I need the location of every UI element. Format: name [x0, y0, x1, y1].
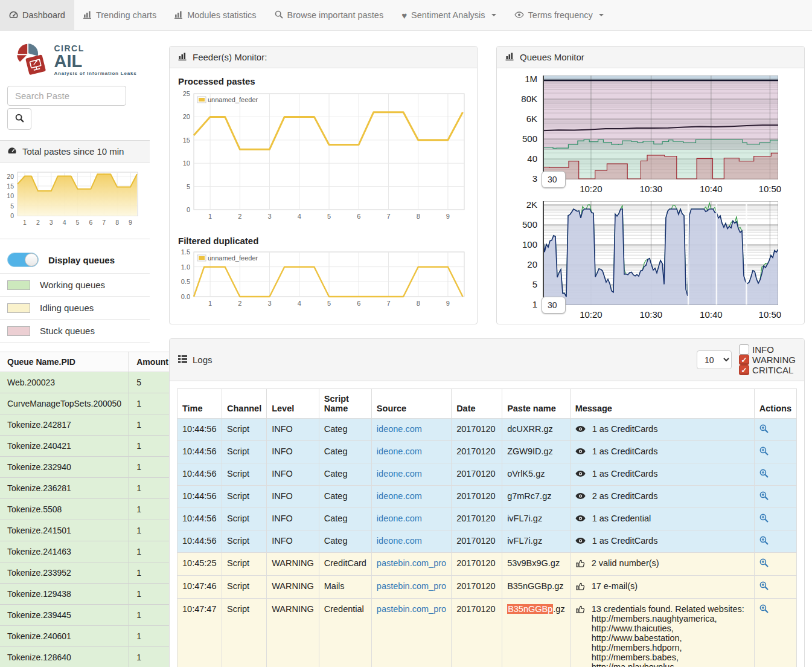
y-tick-label: 80K [521, 94, 537, 104]
queue-row: Tokenize.2329401 [0, 457, 176, 478]
log-source: ideone.com [371, 419, 451, 441]
page-size-select[interactable]: 10 [697, 350, 732, 369]
display-queues-toggle[interactable] [7, 253, 39, 267]
zoom-in-icon[interactable] [759, 491, 769, 502]
svg-text:9: 9 [446, 300, 450, 307]
svg-text:8: 8 [115, 219, 119, 226]
log-message: 1 as Credential [570, 508, 754, 530]
zoom-in-icon[interactable] [759, 424, 769, 435]
log-script-name: Categ [319, 508, 371, 530]
chevron-down-icon [599, 14, 604, 16]
svg-text:5: 5 [327, 300, 331, 307]
log-script-name: Credential [319, 599, 371, 667]
zoom-in-icon[interactable] [759, 514, 769, 524]
logs-header-source: Source [371, 389, 451, 419]
y-tick-label: 5 [532, 279, 537, 289]
log-message: 1 as CreditCards [570, 463, 754, 486]
source-link[interactable]: ideone.com [377, 514, 422, 523]
nav-terms-frequency[interactable]: Terms frequency [505, 0, 613, 30]
logs-header-actions: Actions [754, 389, 796, 419]
log-channel: Script [222, 508, 267, 530]
log-actions [754, 419, 796, 441]
checkbox-checked-icon[interactable]: ✓ [739, 355, 749, 365]
filter-warning[interactable]: ✓WARNING [739, 355, 796, 365]
logo-product: AIL [54, 53, 136, 70]
eye-icon [514, 10, 524, 20]
source-link[interactable]: pastebin.com_pro [377, 558, 446, 568]
x-tick-label: 10:50 [759, 184, 782, 194]
x-tick-label: 10:30 [640, 184, 663, 194]
checkbox-checked-icon[interactable]: ✓ [739, 365, 749, 375]
log-time: 10:44:56 [177, 441, 222, 463]
zoom-in-icon[interactable] [759, 446, 769, 457]
log-row: 10:44:56ScriptINFOCategideone.com2017012… [177, 463, 797, 486]
svg-text:5: 5 [10, 202, 14, 210]
legend-label: Stuck queues [40, 326, 95, 336]
log-channel: Script [222, 576, 267, 599]
message-text: 1 as CreditCards [592, 446, 658, 456]
source-link[interactable]: pastebin.com_pro [377, 604, 446, 614]
queue-cell: Web.200023 [0, 372, 129, 393]
nav-browse-important-pastes[interactable]: Browse important pastes [266, 0, 393, 30]
y-tick-label: 3 [532, 173, 537, 184]
highlighted-paste-name: B35nGGBp [507, 604, 553, 614]
log-row: 10:47:46ScriptWARNINGMailspastebin.com_p… [177, 576, 797, 599]
log-channel: Script [222, 486, 267, 508]
filter-info[interactable]: INFO [739, 344, 796, 355]
queue-row: CurveManageTopSets.2000501 [0, 393, 176, 414]
log-channel: Script [222, 441, 267, 463]
source-link[interactable]: ideone.com [377, 491, 422, 501]
log-row: 10:47:47ScriptWARNINGCredentialpastebin.… [177, 599, 797, 667]
svg-text:1.5: 1.5 [181, 248, 190, 256]
log-time: 10:44:56 [177, 486, 222, 508]
logs-header: Logs 10 INFO✓WARNING✓CRITICAL [170, 339, 804, 381]
y-axis-labels: 2K5001002051 [503, 201, 543, 305]
search-icon [15, 114, 24, 124]
thumbs-up-icon [575, 582, 585, 593]
nav-sentiment-analysis[interactable]: ♥ Sentiment Analysis [392, 0, 505, 30]
source-link[interactable]: ideone.com [377, 424, 422, 434]
logs-header-message: Message [570, 389, 754, 419]
svg-text:5: 5 [327, 213, 331, 220]
y-tick-label: 6K [526, 114, 537, 124]
zoom-in-icon[interactable] [759, 536, 769, 547]
log-level: INFO [267, 486, 319, 508]
y-tick-label: 1 [532, 299, 537, 309]
log-channel: Script [222, 463, 267, 486]
log-paste-name: ivFL7i.gz [502, 508, 571, 530]
log-source: pastebin.com_pro [371, 576, 451, 599]
message-text: 1 as Credential [592, 514, 651, 523]
filter-critical[interactable]: ✓CRITICAL [739, 365, 796, 375]
log-time: 10:44:56 [177, 508, 222, 530]
logs-header-channel: Channel [222, 389, 267, 419]
svg-text:0.5: 0.5 [181, 278, 190, 285]
nav-trending-charts[interactable]: Trending charts [74, 0, 165, 30]
legend-swatch [7, 303, 30, 313]
source-link[interactable]: pastebin.com_pro [377, 581, 446, 591]
checkbox-unchecked-icon[interactable] [739, 344, 749, 355]
log-script-name: Categ [319, 419, 371, 441]
zoom-in-icon[interactable] [759, 558, 769, 569]
nav-dashboard[interactable]: Dashboard [0, 0, 74, 30]
queue-cell: Tokenize.241463 [0, 541, 129, 562]
zoom-in-icon[interactable] [759, 581, 769, 592]
zoom-in-icon[interactable] [759, 469, 769, 480]
zoom-in-icon[interactable] [759, 604, 769, 615]
source-link[interactable]: ideone.com [377, 446, 422, 456]
svg-text:15: 15 [183, 137, 190, 144]
log-date: 20170120 [452, 441, 502, 463]
source-link[interactable]: ideone.com [377, 536, 422, 546]
nav-modules-statistics[interactable]: Modules statistics [165, 0, 265, 30]
log-message: 1 as CreditCards [570, 419, 754, 441]
search-button[interactable] [7, 108, 31, 130]
log-actions [754, 530, 796, 553]
log-paste-name: oVrlK5.gz [502, 463, 571, 486]
log-time: 10:47:46 [177, 576, 222, 599]
dashboard-icon [9, 10, 18, 21]
source-link[interactable]: ideone.com [377, 469, 422, 478]
total-pastes-title: Total pastes since 10 min [22, 146, 124, 156]
search-input[interactable] [7, 86, 126, 106]
queue-table-header-name: Queue Name.PID [0, 352, 129, 372]
processed-pastes-title: Processed pastes [178, 76, 468, 86]
log-row: 10:45:25ScriptWARNINGCreditCardpastebin.… [177, 553, 797, 576]
